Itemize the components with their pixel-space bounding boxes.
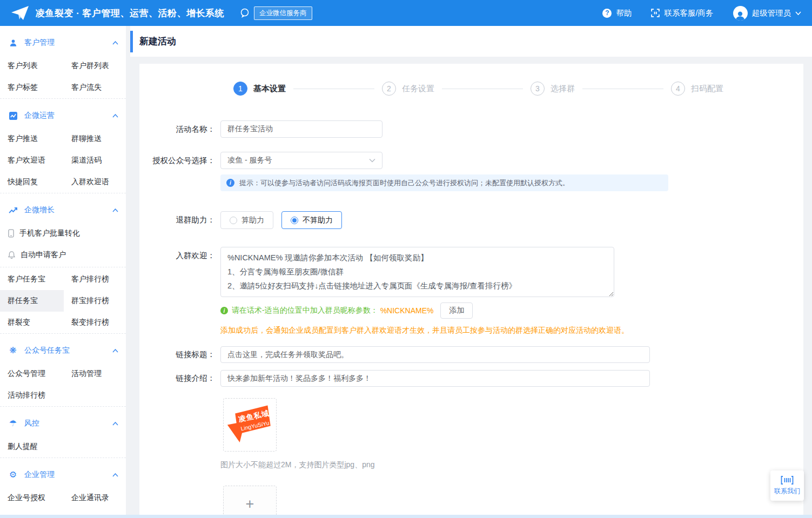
sidebar-item[interactable]: 客户群列表 [64,55,126,77]
lingyu-logo: 凌鱼私域 LingYuSiYu [226,405,274,445]
welcome-label: 入群欢迎： [139,247,220,261]
chevron-up-icon [112,349,118,353]
sidebar-item[interactable]: 裂变排行榜 [64,312,126,333]
sidebar-item[interactable]: 群裂变 [0,312,64,333]
section-header-risk-control[interactable]: ☂ 风控 [0,411,126,436]
step-connector [293,89,374,89]
contact-us-label: 联系我们 [774,487,800,496]
sidebar-item[interactable]: 活动排行榜 [0,385,64,406]
info-icon: i [220,307,228,314]
user-name: 超级管理员 [752,8,791,18]
chevron-up-icon [112,41,118,45]
upload-poster-button[interactable]: + 上传海报 [223,486,277,518]
section-header-wecom-operation[interactable]: 企微运营 [0,103,126,128]
nickname-tip: i 请在话术-适当的位置中加入群员昵称参数： %NICKNAME% 添加 [220,302,803,319]
quit-group-label: 退群助力： [139,215,220,225]
sidebar-item[interactable]: 自动申请客户 [0,244,126,266]
sidebar-item[interactable]: 企业通讯录 [64,487,126,509]
sidebar-item[interactable]: 客户标签 [0,77,64,98]
bell-icon [8,251,15,259]
chevron-up-icon [112,208,118,212]
sidebar-item[interactable]: 客户排行榜 [64,268,126,290]
sidebar-item[interactable]: 客户列表 [0,55,64,77]
welcome-textarea[interactable]: %NICKNAME% 现邀請你參加本次活动 【如何领取奖励】 1、分言专属海報至… [220,247,614,297]
step-task-settings: 2 任务设置 [382,82,434,96]
contact-support-button[interactable]: 联系客服/商务 [651,8,713,18]
sidebar-item[interactable]: 公众号管理 [0,363,64,385]
sidebar-item-selected[interactable]: 群任务宝 [0,290,64,312]
section-header-official-account[interactable]: ❋ 公众号任务宝 [0,338,126,363]
sidebar-item[interactable]: 删人提醒 [0,436,64,458]
avatar [733,6,748,21]
sidebar-item[interactable]: 订单中心 [0,509,64,515]
sidebar-item[interactable]: 客户欢迎语 [0,150,64,171]
radio-no-count-assist[interactable]: 不算助力 [281,211,342,229]
step-connector [442,89,523,89]
user-icon [735,10,746,21]
link-title-input[interactable] [220,346,650,363]
info-icon: i [226,179,234,187]
scan-icon [651,9,660,17]
gear-icon: ⚙ [8,470,18,479]
section-header-enterprise-mgmt[interactable]: ⚙ 企业管理 [0,462,126,487]
sidebar-section-wecom-operation: 企微运营 客户推送 群聊推送 客户欢迎语 渠道活码 快捷回复 入群欢迎语 [0,98,126,193]
radio-icon [230,217,237,224]
sidebar-item[interactable]: 我的产品 [64,509,126,515]
barcode-icon [781,476,794,485]
phone-icon [8,229,14,238]
activity-name-input[interactable] [220,120,382,138]
help-button[interactable]: ? 帮助 [602,8,632,18]
chevron-up-icon [112,114,118,118]
image-size-note: 图片大小不能超过2M，支持图片类型jpg、png [220,460,803,470]
sidebar-section-official-account: ❋ 公众号任务宝 公众号管理 活动管理 活动排行榜 [0,333,126,406]
sidebar-item[interactable]: 客户流失 [64,77,126,98]
service-badge[interactable]: 企业微信服务商 [254,6,312,20]
official-account-select[interactable]: 凌鱼 - 服务号 [220,152,382,169]
sidebar-item[interactable]: 企业号授权 [0,487,64,509]
nickname-param: %NICKNAME% [380,306,434,315]
sidebar-item[interactable]: 群宝排行榜 [64,290,126,312]
sidebar-item[interactable]: 群聊推送 [64,128,126,150]
sidebar-item[interactable]: 活动管理 [64,363,126,385]
contact-us-float-button[interactable]: 联系我们 [770,470,804,501]
step-select-group: 3 选择群 [531,82,575,96]
sidebar-item[interactable]: 客户推送 [0,128,64,150]
welcome-warning-text: 添加成功后，会通知企业成员配置到客户群入群欢迎语才生效，并且请员工按参与活动的群… [220,326,803,335]
step-basic-settings: 1 基本设置 [233,82,286,96]
account-tip-alert: i 提示：可以使参与活动者访问活码或海报页面时使用自己公众号进行授权访问；未配置… [220,174,668,191]
service-provider[interactable]: 企业微信服务商 [239,6,312,20]
sidebar-item[interactable]: 手机客户批量转化 [0,223,126,244]
chat-bubble-icon [239,8,250,18]
add-nickname-button[interactable]: 添加 [440,302,473,319]
official-account-value: 凌鱼 - 服务号 [227,156,272,165]
section-header-wecom-growth[interactable]: 企微增长 [0,198,126,223]
step-connector [582,89,663,89]
sidebar-item[interactable]: 渠道活码 [64,150,126,171]
title-accent-bar [130,31,133,52]
form-card: 1 基本设置 2 任务设置 3 选择群 4 扫码配置 [139,64,803,518]
sidebar-item[interactable]: 入群欢迎语 [64,171,126,193]
chevron-down-icon [795,11,801,15]
step-qrcode-config: 4 扫码配置 [671,82,723,96]
bottom-strip [0,515,812,518]
trend-up-icon [8,207,18,214]
radio-checked-icon [291,217,298,224]
link-desc-input[interactable] [220,370,650,387]
section-header-customer-mgmt[interactable]: 客户管理 [0,30,126,55]
umbrella-icon: ☂ [8,419,18,428]
flower-icon: ❋ [8,346,18,355]
sidebar-section-wecom-growth: 企微增长 手机客户批量转化 自动申请客户 客户任务宝 客户排行榜 群任务宝 群宝… [0,193,126,333]
sidebar-section-customer-mgmt: 客户管理 客户列表 客户群列表 客户标签 客户流失 [0,26,126,98]
chevron-up-icon [112,422,118,426]
paper-plane-logo-icon [11,5,29,21]
sidebar-item[interactable]: 客户任务宝 [0,268,64,290]
chevron-up-icon [112,473,118,477]
user-menu[interactable]: 超级管理员 [733,6,802,21]
chart-icon [8,112,18,120]
brand: 凌鱼裂变 · 客户管理、运营、活粉、增长系统 [11,5,224,21]
sidebar-item[interactable]: 快捷回复 [0,171,64,193]
sidebar-section-enterprise-mgmt: ⚙ 企业管理 企业号授权 企业通讯录 订单中心 我的产品 [0,458,126,515]
link-image-preview[interactable]: 凌鱼私域 LingYuSiYu [223,398,277,452]
radio-count-assist[interactable]: 算助力 [220,211,273,229]
chevron-down-icon [369,158,375,163]
